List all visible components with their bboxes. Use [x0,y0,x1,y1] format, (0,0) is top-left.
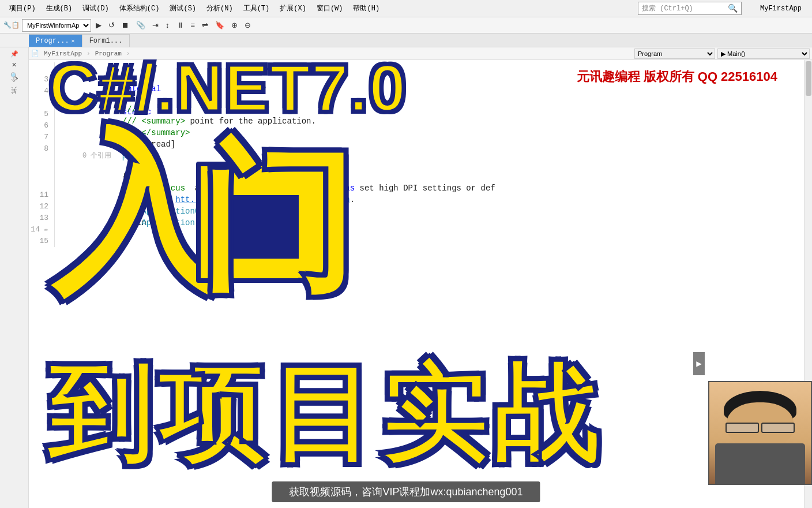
vertical-scrollbar[interactable] [804,60,812,508]
stop-button[interactable]: ⏹ [119,20,131,31]
tab-form1-label: Form1... [89,37,123,45]
line-num-7: 7 [29,132,48,143]
tab-program-label: Progr... [36,37,69,45]
code-line-4: { [64,83,812,95]
breadcrumb-program: Program [95,50,122,57]
code-line-5: /// [64,104,812,115]
code-line-15: } [64,229,812,240]
menu-item-test[interactable]: 测试(S) [165,2,201,14]
menu-item-tools[interactable]: 工具(T) [239,2,275,14]
menu-item-build[interactable]: 生成(B) [42,2,77,14]
close-sidebar-btn[interactable]: ✕ [10,61,18,69]
toolbar-btn-5[interactable]: ⇌ [200,20,210,31]
line-num-6: 6 [29,120,48,132]
toolbar-btn-2[interactable]: ↕ [163,20,172,31]
run-button[interactable]: ▶ [93,20,104,31]
main-area: 📌 ✕ 🔍 共 1 个 📄 MyFirstApp › Program › Pro… [0,47,812,508]
menu-item-window[interactable]: 窗口(W) [312,2,348,14]
line-num-12: 12 [29,201,48,212]
left-sidebar: 📌 ✕ 🔍 共 1 个 [0,47,29,508]
toolbar-btn-4[interactable]: ≡ [189,20,198,31]
menu-item-project[interactable]: 项目(P) [5,2,40,14]
line-num-9 [29,166,48,178]
ide-window: 项目(P) 生成(B) 调试(D) 体系结构(C) 测试(S) 分析(N) 工具… [0,0,812,508]
toolbar: 🔧📋 MyFirstWinformApp ▶ ↺ ⏹ 📎 ⇥ ↕ ⏸ ≡ ⇌ 🔖… [0,17,812,33]
code-line-11: // To cus application configuration such… [64,182,812,194]
scrollbar-thumb[interactable] [806,61,811,96]
menu-bar: 项目(P) 生成(B) 调试(D) 体系结构(C) 测试(S) 分析(N) 工具… [0,0,812,17]
tab-program[interactable]: Progr... ✕ [29,34,82,47]
menu-item-help[interactable]: 帮助(H) [348,2,384,14]
menu-item-arch[interactable]: 体系结构(C) [115,2,164,14]
tab-bar: Progr... ✕ Form1... [0,33,812,47]
editor-toolbar: 📄 MyFirstApp › Program › Program ▶ Main(… [29,47,812,60]
method-dropdown[interactable]: ▶ Main() [717,48,810,59]
toolbar-btn-7[interactable]: ⊖ [242,20,253,31]
line-num-15: 15 [29,236,48,247]
editor-area: 📄 MyFirstApp › Program › Program ▶ Main(… [29,47,812,508]
line-hint-1 [29,62,48,74]
code-hint-refs: 0 个引用 [64,62,812,72]
project-label: MyFirstApp [754,3,807,14]
line-num-5: 5 [29,109,48,120]
toolbar-btn-6[interactable]: ⊕ [229,20,240,31]
breadcrumb-sep2: › [126,50,130,57]
line-num-8: 8 [29,143,48,155]
code-line-7: /// </summary> [64,127,812,139]
code-line-6: /// <summary> point for the application. [64,115,812,127]
line-num-4: 4 [29,85,48,97]
code-line-13: ApplicationConfiguration.Initialize(); [64,206,812,217]
toolbar-btn-3[interactable]: ⏸ [174,20,186,31]
code-line-3: internal static class Program [64,72,812,83]
class-dropdown[interactable]: Program [634,48,715,59]
sidebar-btn-1[interactable]: 🔍 [9,72,20,80]
tab-form1[interactable]: Form1... [82,34,130,47]
toolbar-left-icons: 🔧📋 [3,21,20,29]
line-num-13: 13 [29,212,48,224]
menu-item-analyze[interactable]: 分析(N) [202,2,238,14]
line-num-10 [29,178,48,189]
toolbar-btn-1[interactable]: ⇥ [150,20,161,31]
code-hint-refs3: 0 个引用 [64,150,812,159]
code-editor: 3 4 5 6 7 8 11 12 13 14 ✏ 15 [29,60,812,249]
menu-item-extend[interactable]: 扩展(X) [275,2,311,14]
pin-button[interactable]: 📌 [9,50,20,58]
search-placeholder: 搜索 (Ctrl+Q) [642,3,693,13]
code-line-9: static void Main [64,159,812,171]
breadcrumb-project: MyFirstApp [44,50,82,57]
file-icon: 📄 [31,50,39,57]
solution-dropdown[interactable]: MyFirstWinformApp [22,19,91,32]
tab-close-icon[interactable]: ✕ [72,38,75,44]
search-box[interactable]: 搜索 (Ctrl+Q) 🔍 [638,2,742,15]
line-num-11: 11 [29,189,48,201]
bookmark-button[interactable]: 🔖 [213,20,227,31]
code-line-12: // See htt...ka.ms/applicationconfigurat… [64,194,812,206]
restart-button[interactable]: ↺ [106,20,117,31]
line-hint-3 [29,155,48,166]
line-hint-2 [29,97,48,109]
code-lines: 0 个引用 internal static class Program { 0 … [55,62,812,247]
sidebar-label: 共 1 个 [10,87,18,98]
menu-item-debug[interactable]: 调试(D) [78,2,114,14]
attach-button[interactable]: 📎 [134,20,148,31]
line-num-14: 14 ✏ [29,224,48,236]
code-line-14: Application.Run(new Form1()); [64,217,812,229]
breadcrumb-sep1: › [87,50,91,57]
code-hint-refs2: 0 个引用 [64,95,812,104]
line-num-3: 3 [29,74,48,85]
code-line-8: [STAThread] [64,139,812,150]
line-numbers: 3 4 5 6 7 8 11 12 13 14 ✏ 15 [29,62,55,247]
